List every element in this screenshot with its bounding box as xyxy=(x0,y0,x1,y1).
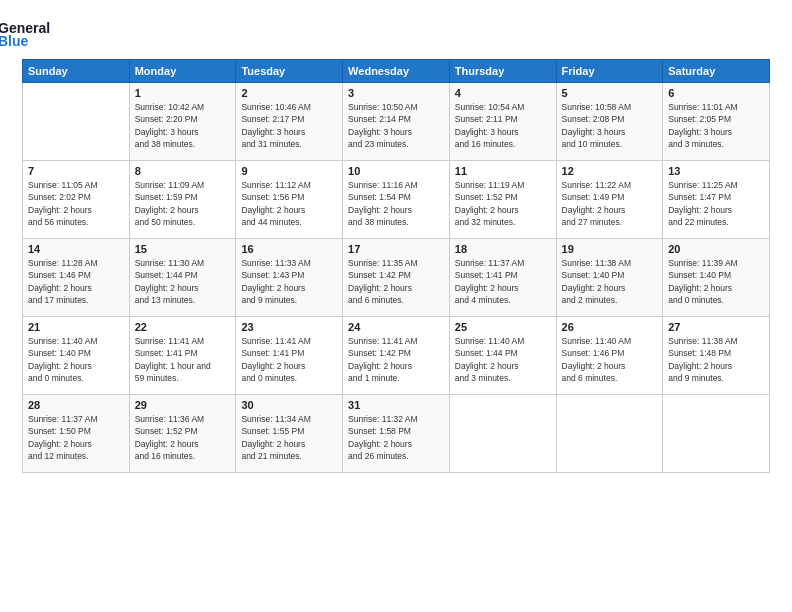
day-number: 4 xyxy=(455,87,551,99)
cell-w0-d0 xyxy=(23,83,130,161)
day-number: 9 xyxy=(241,165,337,177)
cell-w0-d2: 2Sunrise: 10:46 AMSunset: 2:17 PMDayligh… xyxy=(236,83,343,161)
cell-w4-d3: 31Sunrise: 11:32 AMSunset: 1:58 PMDaylig… xyxy=(343,395,450,473)
day-info: Sunrise: 11:12 AMSunset: 1:56 PMDaylight… xyxy=(241,179,337,228)
day-info: Sunrise: 11:05 AMSunset: 2:02 PMDaylight… xyxy=(28,179,124,228)
cell-w4-d0: 28Sunrise: 11:37 AMSunset: 1:50 PMDaylig… xyxy=(23,395,130,473)
day-info: Sunrise: 11:41 AMSunset: 1:42 PMDaylight… xyxy=(348,335,444,384)
col-header-tuesday: Tuesday xyxy=(236,60,343,83)
day-number: 10 xyxy=(348,165,444,177)
day-number: 12 xyxy=(562,165,658,177)
day-info: Sunrise: 11:01 AMSunset: 2:05 PMDaylight… xyxy=(668,101,764,150)
day-info: Sunrise: 11:22 AMSunset: 1:49 PMDaylight… xyxy=(562,179,658,228)
cell-w0-d5: 5Sunrise: 10:58 AMSunset: 2:08 PMDayligh… xyxy=(556,83,663,161)
day-info: Sunrise: 11:37 AMSunset: 1:41 PMDaylight… xyxy=(455,257,551,306)
day-number: 13 xyxy=(668,165,764,177)
cell-w1-d0: 7Sunrise: 11:05 AMSunset: 2:02 PMDayligh… xyxy=(23,161,130,239)
day-number: 25 xyxy=(455,321,551,333)
day-number: 31 xyxy=(348,399,444,411)
day-number: 18 xyxy=(455,243,551,255)
day-number: 28 xyxy=(28,399,124,411)
day-number: 3 xyxy=(348,87,444,99)
day-number: 19 xyxy=(562,243,658,255)
cell-w3-d0: 21Sunrise: 11:40 AMSunset: 1:40 PMDaylig… xyxy=(23,317,130,395)
cell-w0-d4: 4Sunrise: 10:54 AMSunset: 2:11 PMDayligh… xyxy=(449,83,556,161)
col-header-sunday: Sunday xyxy=(23,60,130,83)
day-number: 5 xyxy=(562,87,658,99)
day-number: 7 xyxy=(28,165,124,177)
day-number: 30 xyxy=(241,399,337,411)
day-number: 8 xyxy=(135,165,231,177)
col-header-friday: Friday xyxy=(556,60,663,83)
day-info: Sunrise: 10:46 AMSunset: 2:17 PMDaylight… xyxy=(241,101,337,150)
day-info: Sunrise: 11:40 AMSunset: 1:46 PMDaylight… xyxy=(562,335,658,384)
col-header-monday: Monday xyxy=(129,60,236,83)
day-number: 22 xyxy=(135,321,231,333)
day-info: Sunrise: 11:39 AMSunset: 1:40 PMDaylight… xyxy=(668,257,764,306)
day-info: Sunrise: 11:32 AMSunset: 1:58 PMDaylight… xyxy=(348,413,444,462)
logo-blue: Blue xyxy=(0,33,50,49)
cell-w4-d1: 29Sunrise: 11:36 AMSunset: 1:52 PMDaylig… xyxy=(129,395,236,473)
day-info: Sunrise: 11:35 AMSunset: 1:42 PMDaylight… xyxy=(348,257,444,306)
day-number: 15 xyxy=(135,243,231,255)
day-number: 14 xyxy=(28,243,124,255)
day-info: Sunrise: 11:33 AMSunset: 1:43 PMDaylight… xyxy=(241,257,337,306)
day-number: 29 xyxy=(135,399,231,411)
day-number: 1 xyxy=(135,87,231,99)
logo: General Blue General Blue xyxy=(22,18,50,49)
day-number: 21 xyxy=(28,321,124,333)
day-info: Sunrise: 10:54 AMSunset: 2:11 PMDaylight… xyxy=(455,101,551,150)
cell-w0-d3: 3Sunrise: 10:50 AMSunset: 2:14 PMDayligh… xyxy=(343,83,450,161)
cell-w2-d3: 17Sunrise: 11:35 AMSunset: 1:42 PMDaylig… xyxy=(343,239,450,317)
day-info: Sunrise: 10:58 AMSunset: 2:08 PMDaylight… xyxy=(562,101,658,150)
day-number: 26 xyxy=(562,321,658,333)
cell-w0-d6: 6Sunrise: 11:01 AMSunset: 2:05 PMDayligh… xyxy=(663,83,770,161)
day-info: Sunrise: 11:34 AMSunset: 1:55 PMDaylight… xyxy=(241,413,337,462)
cell-w1-d2: 9Sunrise: 11:12 AMSunset: 1:56 PMDayligh… xyxy=(236,161,343,239)
cell-w3-d5: 26Sunrise: 11:40 AMSunset: 1:46 PMDaylig… xyxy=(556,317,663,395)
cell-w2-d4: 18Sunrise: 11:37 AMSunset: 1:41 PMDaylig… xyxy=(449,239,556,317)
day-number: 17 xyxy=(348,243,444,255)
day-info: Sunrise: 11:40 AMSunset: 1:40 PMDaylight… xyxy=(28,335,124,384)
cell-w2-d5: 19Sunrise: 11:38 AMSunset: 1:40 PMDaylig… xyxy=(556,239,663,317)
cell-w4-d6 xyxy=(663,395,770,473)
cell-w3-d3: 24Sunrise: 11:41 AMSunset: 1:42 PMDaylig… xyxy=(343,317,450,395)
day-info: Sunrise: 11:19 AMSunset: 1:52 PMDaylight… xyxy=(455,179,551,228)
day-info: Sunrise: 11:41 AMSunset: 1:41 PMDaylight… xyxy=(135,335,231,384)
cell-w2-d0: 14Sunrise: 11:28 AMSunset: 1:46 PMDaylig… xyxy=(23,239,130,317)
cell-w1-d3: 10Sunrise: 11:16 AMSunset: 1:54 PMDaylig… xyxy=(343,161,450,239)
day-info: Sunrise: 11:28 AMSunset: 1:46 PMDaylight… xyxy=(28,257,124,306)
day-info: Sunrise: 10:42 AMSunset: 2:20 PMDaylight… xyxy=(135,101,231,150)
cell-w1-d5: 12Sunrise: 11:22 AMSunset: 1:49 PMDaylig… xyxy=(556,161,663,239)
cell-w2-d1: 15Sunrise: 11:30 AMSunset: 1:44 PMDaylig… xyxy=(129,239,236,317)
cell-w3-d6: 27Sunrise: 11:38 AMSunset: 1:48 PMDaylig… xyxy=(663,317,770,395)
day-number: 11 xyxy=(455,165,551,177)
col-header-wednesday: Wednesday xyxy=(343,60,450,83)
cell-w3-d1: 22Sunrise: 11:41 AMSunset: 1:41 PMDaylig… xyxy=(129,317,236,395)
day-info: Sunrise: 11:30 AMSunset: 1:44 PMDaylight… xyxy=(135,257,231,306)
day-info: Sunrise: 10:50 AMSunset: 2:14 PMDaylight… xyxy=(348,101,444,150)
cell-w1-d1: 8Sunrise: 11:09 AMSunset: 1:59 PMDayligh… xyxy=(129,161,236,239)
day-number: 23 xyxy=(241,321,337,333)
day-number: 2 xyxy=(241,87,337,99)
cell-w4-d2: 30Sunrise: 11:34 AMSunset: 1:55 PMDaylig… xyxy=(236,395,343,473)
cell-w4-d4 xyxy=(449,395,556,473)
day-number: 24 xyxy=(348,321,444,333)
cell-w2-d6: 20Sunrise: 11:39 AMSunset: 1:40 PMDaylig… xyxy=(663,239,770,317)
col-header-thursday: Thursday xyxy=(449,60,556,83)
cell-w1-d4: 11Sunrise: 11:19 AMSunset: 1:52 PMDaylig… xyxy=(449,161,556,239)
col-header-saturday: Saturday xyxy=(663,60,770,83)
cell-w3-d2: 23Sunrise: 11:41 AMSunset: 1:41 PMDaylig… xyxy=(236,317,343,395)
cell-w2-d2: 16Sunrise: 11:33 AMSunset: 1:43 PMDaylig… xyxy=(236,239,343,317)
day-info: Sunrise: 11:37 AMSunset: 1:50 PMDaylight… xyxy=(28,413,124,462)
day-number: 20 xyxy=(668,243,764,255)
cell-w0-d1: 1Sunrise: 10:42 AMSunset: 2:20 PMDayligh… xyxy=(129,83,236,161)
cell-w1-d6: 13Sunrise: 11:25 AMSunset: 1:47 PMDaylig… xyxy=(663,161,770,239)
day-number: 16 xyxy=(241,243,337,255)
calendar-table: SundayMondayTuesdayWednesdayThursdayFrid… xyxy=(22,59,770,473)
day-number: 6 xyxy=(668,87,764,99)
day-info: Sunrise: 11:16 AMSunset: 1:54 PMDaylight… xyxy=(348,179,444,228)
day-info: Sunrise: 11:40 AMSunset: 1:44 PMDaylight… xyxy=(455,335,551,384)
day-info: Sunrise: 11:41 AMSunset: 1:41 PMDaylight… xyxy=(241,335,337,384)
day-number: 27 xyxy=(668,321,764,333)
